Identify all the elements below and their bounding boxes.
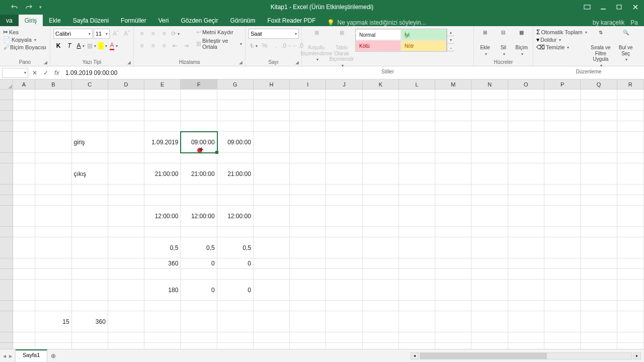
cell-F1[interactable]: [181, 89, 217, 100]
cell-N19[interactable]: [471, 343, 508, 349]
cell-J9[interactable]: [326, 195, 362, 206]
cell-O5[interactable]: [508, 132, 544, 153]
cell-M7[interactable]: [435, 163, 471, 185]
cell-A9[interactable]: [13, 195, 36, 206]
col-header-F[interactable]: F: [181, 79, 217, 89]
cell-G13[interactable]: 0: [217, 258, 254, 269]
cell-F5[interactable]: 09:00:00: [181, 132, 217, 153]
cell-M15[interactable]: [435, 280, 471, 301]
cell-K18[interactable]: [363, 332, 399, 343]
cell-F6[interactable]: [181, 153, 217, 163]
col-header-Q[interactable]: Q: [581, 79, 617, 89]
cell-N6[interactable]: [471, 153, 508, 163]
cell-H7[interactable]: [254, 163, 290, 185]
cell-F12[interactable]: 0,5: [181, 237, 217, 258]
tab-review[interactable]: Gözden Geçir: [175, 15, 224, 26]
cell-L4[interactable]: [399, 121, 435, 132]
cell-N14[interactable]: [471, 269, 508, 280]
cell-K10[interactable]: [363, 206, 399, 227]
underline-button[interactable]: A▾: [75, 41, 86, 51]
tab-foxit[interactable]: Foxit Reader PDF: [262, 15, 322, 26]
scroll-thumb[interactable]: [420, 353, 547, 359]
cell-N17[interactable]: [471, 311, 508, 332]
cell-G19[interactable]: [217, 343, 254, 349]
row-header-12[interactable]: [0, 237, 13, 258]
cell-K13[interactable]: [363, 258, 399, 269]
cell-D17[interactable]: [108, 311, 144, 332]
col-header-H[interactable]: H: [254, 79, 290, 89]
cell-F9[interactable]: [181, 195, 217, 206]
cell-N1[interactable]: [471, 89, 508, 100]
clear-icon[interactable]: ⌫: [536, 44, 545, 51]
cell-N4[interactable]: [471, 121, 508, 132]
cell-K15[interactable]: [363, 280, 399, 301]
style-good[interactable]: İyi: [401, 29, 446, 40]
col-header-P[interactable]: P: [544, 79, 581, 89]
cell-P12[interactable]: [544, 237, 581, 258]
cell-H9[interactable]: [254, 195, 290, 206]
cell-R15[interactable]: [617, 280, 644, 301]
cell-Q10[interactable]: [581, 206, 617, 227]
cell-J18[interactable]: [326, 332, 362, 343]
cell-Q2[interactable]: [581, 100, 617, 111]
row-header-2[interactable]: [0, 100, 13, 111]
cell-C18[interactable]: [72, 332, 108, 343]
cell-A8[interactable]: [13, 185, 36, 195]
cell-J5[interactable]: [326, 132, 362, 153]
cell-J11[interactable]: [326, 227, 362, 237]
cell-I5[interactable]: [290, 132, 326, 153]
row-header-18[interactable]: [0, 332, 13, 343]
row-header-16[interactable]: [0, 301, 13, 311]
cell-M6[interactable]: [435, 153, 471, 163]
cell-P9[interactable]: [544, 195, 581, 206]
cell-P7[interactable]: [544, 163, 581, 185]
cell-P8[interactable]: [544, 185, 581, 195]
font-size[interactable]: 11▾: [94, 29, 110, 39]
cell-C5[interactable]: giriş: [72, 132, 108, 153]
cell-A15[interactable]: [13, 280, 36, 301]
cell-R6[interactable]: [617, 153, 644, 163]
insert-cells[interactable]: ⊞Ekle▾: [477, 29, 493, 56]
tab-insert[interactable]: Ekle: [43, 15, 66, 26]
row-header-10[interactable]: [0, 206, 13, 227]
cell-D4[interactable]: [108, 121, 144, 132]
cell-K19[interactable]: [363, 343, 399, 349]
style-normal[interactable]: Normal: [356, 29, 401, 40]
cell-F18[interactable]: [181, 332, 217, 343]
cell-P15[interactable]: [544, 280, 581, 301]
tab-view[interactable]: Görünüm: [224, 15, 261, 26]
cell-G4[interactable]: [217, 121, 254, 132]
col-header-K[interactable]: K: [363, 79, 399, 89]
cell-E18[interactable]: [144, 332, 181, 343]
cell-N2[interactable]: [471, 100, 508, 111]
cell-K14[interactable]: [363, 269, 399, 280]
cell-M16[interactable]: [435, 301, 471, 311]
cell-O12[interactable]: [508, 237, 544, 258]
row-header-19[interactable]: [0, 343, 13, 349]
cell-C12[interactable]: [72, 237, 108, 258]
cell-C11[interactable]: [72, 227, 108, 237]
cell-J12[interactable]: [326, 237, 362, 258]
cell-P14[interactable]: [544, 269, 581, 280]
cell-B17[interactable]: 15: [35, 311, 71, 332]
copy-icon[interactable]: 📄: [3, 36, 11, 43]
col-header-R[interactable]: R: [617, 79, 644, 89]
cell-J19[interactable]: [326, 343, 362, 349]
cell-A11[interactable]: [13, 227, 36, 237]
cell-A2[interactable]: [13, 100, 36, 111]
cell-M10[interactable]: [435, 206, 471, 227]
cell-K16[interactable]: [363, 301, 399, 311]
cell-M11[interactable]: [435, 227, 471, 237]
spreadsheet[interactable]: ABCDEFGHIJKLMNOPQR giriş1.09.201909:00:0…: [0, 79, 644, 349]
cell-P4[interactable]: [544, 121, 581, 132]
cell-E19[interactable]: [144, 343, 181, 349]
scroll-left-icon[interactable]: ◂: [411, 352, 419, 359]
format-cells[interactable]: ▦Biçim▾: [514, 29, 530, 56]
cell-M12[interactable]: [435, 237, 471, 258]
dialog-launcher-align[interactable]: ◢: [239, 60, 244, 65]
cell-P17[interactable]: [544, 311, 581, 332]
cell-E5[interactable]: 1.09.2019: [144, 132, 181, 153]
gallery-scroll[interactable]: ▴▾⌄: [447, 29, 454, 52]
col-header-I[interactable]: I: [290, 79, 326, 89]
cell-I3[interactable]: [290, 111, 326, 121]
